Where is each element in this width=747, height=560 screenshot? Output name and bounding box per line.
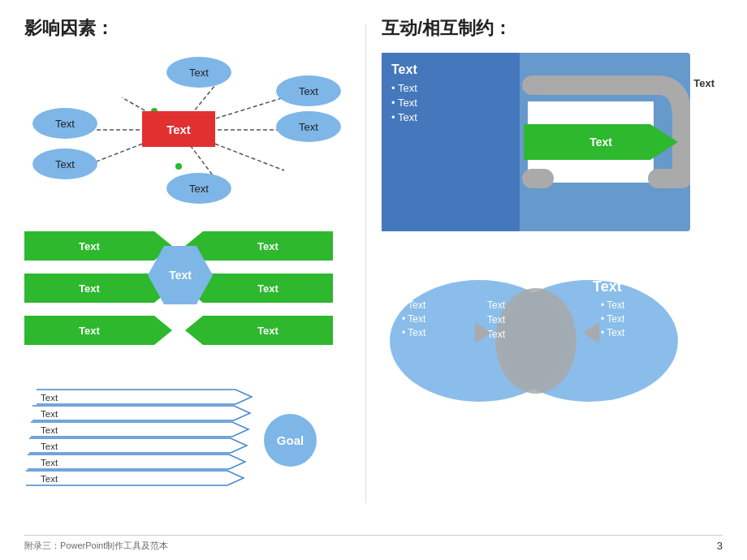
uturn-right-label: Text (693, 77, 715, 91)
goal-circle: Goal (264, 414, 317, 467)
uturn-item-2: • Text (391, 97, 510, 109)
left-panel: 影响因素： Text Text Text (24, 16, 374, 544)
svg-marker-17 (583, 322, 599, 343)
left-title: 影响因素： (24, 16, 374, 41)
svg-marker-14 (532, 75, 552, 95)
uturn-box: Text • Text • Text • Text (382, 53, 690, 231)
uturn-left-panel: Text • Text • Text • Text (382, 53, 520, 231)
flow-bar-3: Text (24, 274, 154, 303)
flow-area: Text Text Text Text Text Text Text (24, 223, 349, 365)
arrow-item-1: Text (41, 393, 58, 403)
footer: 附录三：PowerPoint制作工具及范本 3 (24, 535, 723, 552)
flow-bar-4: Text (203, 274, 333, 303)
uturn-green-arrow: Text (524, 124, 678, 160)
uturn-item-3: • Text (391, 111, 510, 123)
arrow-item-2: Text (41, 409, 58, 419)
arrow-item-6: Text (41, 474, 58, 484)
arrow-item-4: Text (41, 442, 58, 451)
arrow-item-5: Text (41, 458, 58, 467)
footer-page-number: 3 (717, 540, 723, 552)
mindmap-node-left-bottom: Text (32, 149, 97, 179)
venn-arrows-svg (382, 256, 690, 410)
mindmap-node-right-top: Text (276, 75, 341, 106)
svg-point-9 (175, 163, 182, 170)
flow-bar-5: Text (24, 316, 154, 345)
footer-left-text: 附录三：PowerPoint制作工具及范本 (24, 540, 168, 552)
mindmap-node-bottom: Text (166, 173, 231, 204)
flow-arrow-6l (185, 316, 203, 345)
uturn-item-1: • Text (391, 82, 510, 94)
arrow-list-container: Text Text Text Text Text Text Goal (24, 381, 333, 495)
arrow-item-3: Text (41, 425, 58, 435)
divider (365, 24, 366, 503)
mindmap-node-top: Text (166, 57, 231, 88)
svg-marker-16 (475, 322, 491, 343)
venn-box: Text • Text • Text • Text Text • Text • … (382, 256, 690, 410)
chevron-svg (24, 381, 268, 487)
right-title: 互动/相互制约： (382, 16, 731, 41)
flow-arrow-5r (154, 316, 172, 345)
mindmap-node-right-mid: Text (276, 111, 341, 142)
uturn-left-title: Text (391, 62, 510, 77)
flow-bar-6: Text (203, 316, 333, 345)
mindmap-node-left: Text (32, 108, 97, 139)
right-panel: 互动/相互制约： Text • Text • Text • Text (382, 16, 731, 544)
mindmap-center: Text (142, 111, 215, 147)
flow-bar-1: Text (24, 231, 154, 261)
mindmap-area: Text Text Text Text Text Text Text (24, 53, 349, 215)
flow-bar-2: Text (203, 231, 333, 261)
